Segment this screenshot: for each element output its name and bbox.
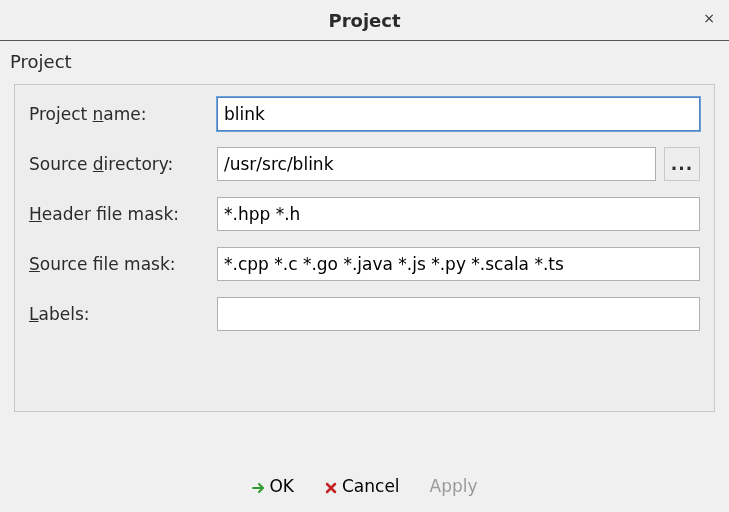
close-icon[interactable]: × [699, 8, 719, 28]
labels-input[interactable] [217, 297, 700, 331]
apply-label: Apply [430, 476, 478, 496]
cancel-icon [324, 479, 338, 493]
ok-icon [251, 479, 265, 493]
label-source-directory: Source directory: [29, 154, 209, 174]
header-file-mask-input[interactable] [217, 197, 700, 231]
ok-label: OK [269, 476, 294, 496]
ok-button[interactable]: OK [247, 474, 298, 498]
titlebar: Project × [0, 0, 729, 40]
row-project-name: Project name: [29, 97, 700, 131]
label-labels: Labels: [29, 304, 209, 324]
label-source-file-mask: Source file mask: [29, 254, 209, 274]
section-header: Project [0, 41, 729, 76]
label-project-name: Project name: [29, 104, 209, 124]
label-header-file-mask: Header file mask: [29, 204, 209, 224]
cancel-label: Cancel [342, 476, 400, 496]
row-header-file-mask: Header file mask: [29, 197, 700, 231]
apply-button: Apply [426, 474, 482, 498]
cancel-button[interactable]: Cancel [320, 474, 404, 498]
source-file-mask-input[interactable] [217, 247, 700, 281]
project-name-input[interactable] [217, 97, 700, 131]
browse-button[interactable]: ... [664, 147, 700, 181]
row-labels: Labels: [29, 297, 700, 331]
window-title: Project [328, 10, 400, 31]
project-form-group: Project name: Source directory: ... Head… [14, 84, 715, 412]
button-bar: OK Cancel Apply [0, 474, 729, 498]
row-source-directory: Source directory: ... [29, 147, 700, 181]
source-directory-input[interactable] [217, 147, 656, 181]
row-source-file-mask: Source file mask: [29, 247, 700, 281]
